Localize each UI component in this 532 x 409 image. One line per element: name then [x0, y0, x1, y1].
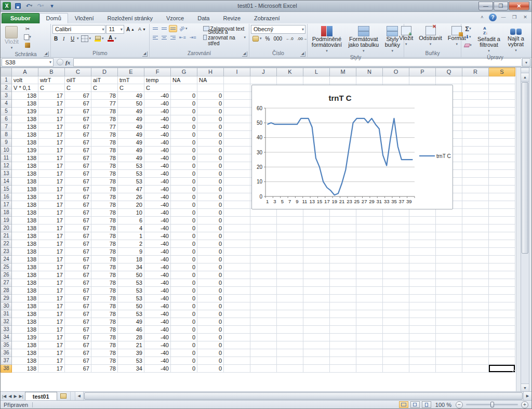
cell-E8[interactable]: 49 — [118, 130, 144, 138]
cell-G29[interactable]: 0 — [171, 294, 197, 302]
cell-I21[interactable] — [224, 232, 250, 240]
cell-R11[interactable] — [462, 154, 489, 162]
fx-icon[interactable]: fx — [65, 59, 70, 65]
cell-K23[interactable] — [277, 247, 303, 255]
cell-K33[interactable] — [277, 325, 303, 333]
cell-R7[interactable] — [462, 123, 489, 130]
align-left-button[interactable] — [151, 34, 159, 41]
cell-A7[interactable]: 138 — [12, 123, 38, 130]
cell-C27[interactable]: 67 — [65, 279, 91, 286]
cell-H1[interactable]: NA — [197, 76, 224, 84]
cell-J23[interactable] — [250, 247, 277, 255]
cell-L21[interactable] — [303, 232, 330, 240]
cell-M21[interactable] — [330, 232, 356, 240]
cell-I7[interactable] — [224, 123, 250, 130]
cell-R31[interactable] — [462, 310, 489, 318]
cell-F38[interactable]: -40 — [144, 364, 171, 372]
cell-S5[interactable] — [489, 107, 515, 115]
cell-H10[interactable]: 0 — [197, 146, 224, 154]
qat-customize-button[interactable]: ▾ — [47, 2, 57, 10]
cell-J33[interactable] — [250, 325, 277, 333]
cell-H21[interactable]: 0 — [197, 232, 224, 240]
undo-button[interactable]: ↶▾ — [24, 2, 34, 10]
cell-I36[interactable] — [224, 349, 250, 357]
cell-D16[interactable]: 78 — [91, 193, 118, 201]
cell-G34[interactable]: 0 — [171, 333, 197, 341]
cell-I12[interactable] — [224, 162, 250, 169]
cell-H12[interactable]: 0 — [197, 162, 224, 169]
cell-H18[interactable]: 0 — [197, 208, 224, 216]
row-header-26[interactable]: 26 — [1, 271, 12, 279]
row-header-12[interactable]: 12 — [1, 162, 12, 169]
cell-J19[interactable] — [250, 216, 277, 224]
cell-R17[interactable] — [462, 201, 489, 208]
cell-F15[interactable]: -40 — [144, 185, 171, 193]
cell-G15[interactable]: 0 — [171, 185, 197, 193]
cell-G24[interactable]: 0 — [171, 255, 197, 263]
cell-B26[interactable]: 17 — [38, 271, 65, 279]
cell-C23[interactable]: 67 — [65, 247, 91, 255]
cell-I4[interactable] — [224, 99, 250, 107]
chart[interactable]: 0102030405060135791113151719212325272931… — [251, 85, 453, 209]
cell-P19[interactable] — [409, 216, 436, 224]
cell-O21[interactable] — [383, 232, 409, 240]
row-header-15[interactable]: 15 — [1, 185, 12, 193]
cell-G30[interactable]: 0 — [171, 302, 197, 310]
cell-M28[interactable] — [330, 286, 356, 294]
cell-A34[interactable]: 139 — [12, 333, 38, 341]
cell-E16[interactable]: 26 — [118, 193, 144, 201]
cell-N23[interactable] — [356, 247, 383, 255]
cell-C35[interactable]: 67 — [65, 341, 91, 349]
cell-G17[interactable]: 0 — [171, 201, 197, 208]
cell-L27[interactable] — [303, 279, 330, 286]
cell-S18[interactable] — [489, 208, 515, 216]
cell-B38[interactable]: 17 — [38, 364, 65, 372]
cell-G31[interactable]: 0 — [171, 310, 197, 318]
cell-B37[interactable]: 17 — [38, 357, 65, 364]
conditional-formatting-button[interactable]: Podmíněné formátování▾ — [309, 25, 344, 55]
cell-S11[interactable] — [489, 154, 515, 162]
cell-H15[interactable]: 0 — [197, 185, 224, 193]
cell-Q21[interactable] — [436, 232, 462, 240]
save-button[interactable] — [13, 2, 22, 10]
italic-button[interactable]: I — [61, 35, 69, 43]
cell-A33[interactable]: 138 — [12, 325, 38, 333]
cell-F24[interactable]: -40 — [144, 255, 171, 263]
cell-S8[interactable] — [489, 130, 515, 138]
cell-A13[interactable]: 138 — [12, 169, 38, 177]
cell-G28[interactable]: 0 — [171, 286, 197, 294]
cell-S20[interactable] — [489, 224, 515, 232]
cell-S2[interactable] — [489, 84, 515, 91]
cell-O35[interactable] — [383, 341, 409, 349]
cell-R10[interactable] — [462, 146, 489, 154]
cell-L32[interactable] — [303, 318, 330, 325]
cell-F19[interactable]: -40 — [144, 216, 171, 224]
cell-H29[interactable]: 0 — [197, 294, 224, 302]
cell-D9[interactable]: 78 — [91, 138, 118, 146]
cell-B6[interactable]: 17 — [38, 115, 65, 123]
cell-C22[interactable]: 67 — [65, 240, 91, 247]
cell-E1[interactable]: trnT — [118, 76, 144, 84]
excel-app-icon[interactable]: X — [3, 2, 11, 10]
cell-R23[interactable] — [462, 247, 489, 255]
cell-G23[interactable]: 0 — [171, 247, 197, 255]
cell-E38[interactable]: 34 — [118, 364, 144, 372]
cell-P38[interactable] — [409, 364, 436, 372]
cell-K22[interactable] — [277, 240, 303, 247]
cell-F7[interactable]: -40 — [144, 123, 171, 130]
cell-L34[interactable] — [303, 333, 330, 341]
cell-L37[interactable] — [303, 357, 330, 364]
row-header-16[interactable]: 16 — [1, 193, 12, 201]
cell-B16[interactable]: 17 — [38, 193, 65, 201]
cell-I6[interactable] — [224, 115, 250, 123]
cell-O20[interactable] — [383, 224, 409, 232]
cell-D2[interactable]: C — [91, 84, 118, 91]
cell-D21[interactable]: 78 — [91, 232, 118, 240]
cell-F36[interactable]: -40 — [144, 349, 171, 357]
cell-A3[interactable]: 138 — [12, 91, 38, 99]
cell-C7[interactable]: 67 — [65, 123, 91, 130]
cell-B34[interactable]: 17 — [38, 333, 65, 341]
bold-button[interactable]: B — [52, 35, 61, 43]
format-painter-button[interactable] — [22, 42, 33, 49]
cell-P29[interactable] — [409, 294, 436, 302]
